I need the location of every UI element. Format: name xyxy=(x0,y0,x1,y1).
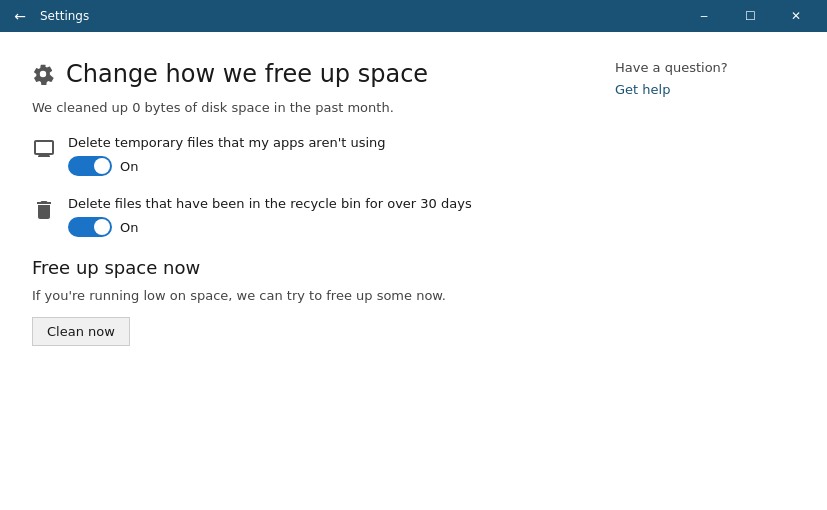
toggle-content-1: Delete temporary files that my apps aren… xyxy=(68,135,386,176)
toggle-item-temp-files: Delete temporary files that my apps aren… xyxy=(32,135,595,176)
back-button[interactable]: ← xyxy=(8,4,32,28)
settings-panel: Change how we free up space We cleaned u… xyxy=(32,60,595,490)
toggle-item-recycle-bin: Delete files that have been in the recyc… xyxy=(32,196,595,237)
toggle-content-2: Delete files that have been in the recyc… xyxy=(68,196,472,237)
toggle-row-1: On xyxy=(68,156,386,176)
window-controls: – ☐ ✕ xyxy=(681,0,819,32)
toggle-row-2: On xyxy=(68,217,472,237)
section-desc: If you're running low on space, we can t… xyxy=(32,288,595,303)
toggle-label-1: Delete temporary files that my apps aren… xyxy=(68,135,386,150)
close-button[interactable]: ✕ xyxy=(773,0,819,32)
trash-icon xyxy=(32,198,56,222)
main-content: Change how we free up space We cleaned u… xyxy=(0,32,827,510)
title-bar: ← Settings – ☐ ✕ xyxy=(0,0,827,32)
help-heading: Have a question? xyxy=(615,60,795,75)
toggle-state-2: On xyxy=(120,220,138,235)
get-help-link[interactable]: Get help xyxy=(615,82,670,97)
monitor-icon xyxy=(32,137,56,161)
help-sidebar: Have a question? Get help xyxy=(595,60,795,490)
toggle-switch-2[interactable] xyxy=(68,217,112,237)
window-title: Settings xyxy=(40,9,681,23)
page-subtitle: We cleaned up 0 bytes of disk space in t… xyxy=(32,100,595,115)
minimize-button[interactable]: – xyxy=(681,0,727,32)
maximize-button[interactable]: ☐ xyxy=(727,0,773,32)
page-title: Change how we free up space xyxy=(66,60,428,88)
toggle-state-1: On xyxy=(120,159,138,174)
clean-now-button[interactable]: Clean now xyxy=(32,317,130,346)
toggle-switch-1[interactable] xyxy=(68,156,112,176)
section-heading: Free up space now xyxy=(32,257,595,278)
page-header: Change how we free up space xyxy=(32,60,595,88)
gear-icon xyxy=(32,63,54,85)
toggle-label-2: Delete files that have been in the recyc… xyxy=(68,196,472,211)
